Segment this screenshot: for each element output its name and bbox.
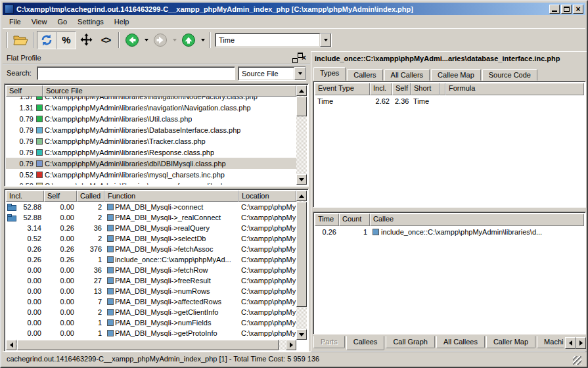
source-file-row[interactable]: 0.79C:\xampp\phpMyAdmin\libraries\Respon…	[6, 147, 296, 158]
source-file-row[interactable]: 0.79C:\xampp\phpMyAdmin\libraries\Databa…	[6, 124, 296, 135]
source-file-row[interactable]: 0.79C:\xampp\phpMyAdmin\libraries\dbi\DB…	[6, 158, 296, 169]
column-header-callee[interactable]: Callee	[370, 214, 584, 226]
function-name: PMA_DBI_Mysqli->connect	[104, 203, 238, 211]
column-header-short[interactable]: Short	[411, 83, 440, 95]
function-row[interactable]: 0.520.002PMA_DBI_Mysqli->selectDbC:\xamp…	[6, 233, 296, 244]
source-file-row[interactable]: 0.52C:\xampp\phpMyAdmin\libraries\mysql_…	[6, 169, 296, 180]
menu-go[interactable]: Go	[52, 16, 72, 27]
forward-button[interactable]	[150, 31, 170, 49]
group-by-combo[interactable]: Source File	[238, 66, 306, 81]
scroll-right-button[interactable]	[286, 340, 296, 350]
tab-caller-map[interactable]: Caller Map	[486, 336, 535, 348]
event-type-combo[interactable]: Time	[215, 33, 332, 47]
function-row[interactable]: 0.000.007PMA_DBI_Mysqli->affectedRowsC:\…	[6, 296, 296, 307]
tab-source-code[interactable]: Source Code	[482, 69, 537, 81]
menu-settings[interactable]: Settings	[72, 16, 109, 27]
column-header-function[interactable]: Function	[104, 191, 238, 202]
open-file-button[interactable]	[11, 31, 30, 49]
called-value: 7	[77, 298, 104, 306]
source-file-row[interactable]: 1.37C:\xampp\phpMyAdmin\libraries\naviga…	[6, 97, 296, 102]
tab-call-graph[interactable]: Call Graph	[386, 336, 435, 348]
column-header-location[interactable]: Location	[238, 191, 296, 202]
scroll-up-button[interactable]	[296, 191, 307, 201]
vertical-scrollbar[interactable]	[296, 191, 307, 340]
back-dropdown-button[interactable]	[142, 31, 150, 49]
percent-toggle-button[interactable]: %	[57, 31, 76, 49]
menu-view[interactable]: View	[26, 16, 53, 27]
source-file-row[interactable]: 1.31C:\xampp\phpMyAdmin\libraries\naviga…	[6, 102, 296, 113]
scroll-down-button[interactable]	[296, 174, 307, 185]
column-header-self[interactable]: Self	[44, 191, 77, 202]
column-header-self[interactable]: Self	[6, 85, 43, 97]
horizontal-scrollbar[interactable]	[6, 340, 296, 350]
function-row[interactable]: 0.000.0036PMA_DBI_Mysqli->fetchRowC:\xam…	[6, 265, 296, 275]
scroll-left-button[interactable]	[6, 340, 16, 350]
file-path: C:\xampp\phpMyAdmin\libraries\Util.class…	[43, 115, 192, 123]
tab-callers[interactable]: Callers	[347, 69, 382, 81]
forward-dropdown-button[interactable]	[170, 31, 179, 49]
title-bar[interactable]: C:\xampp\tmp\cachegrind.out.1416463299-C…	[3, 3, 585, 15]
incl-value: 52.88	[6, 203, 44, 211]
function-row[interactable]: 3.140.2636PMA_DBI_Mysqli->realQueryC:\xa…	[6, 223, 296, 233]
column-header-self[interactable]: Self	[392, 83, 411, 95]
scrollbar-thumb[interactable]	[17, 340, 279, 350]
dock-layout-button[interactable]	[76, 31, 96, 49]
tab-all-callers[interactable]: All Callers	[384, 69, 430, 81]
close-button[interactable]: ×	[573, 5, 583, 14]
tabs-scroll-right-button[interactable]	[576, 337, 586, 349]
source-file-row[interactable]: 0.52C:\xampp\phpMyAdmin\libraries\user_p…	[6, 180, 296, 185]
event-type-row[interactable]: Time2.622.36Time	[315, 95, 584, 106]
scrollbar-thumb[interactable]	[296, 97, 307, 116]
combo-dropdown-button[interactable]	[294, 67, 305, 80]
up-button[interactable]	[179, 31, 198, 49]
function-name: PMA_DBI_Mysqli->affectedRows	[104, 298, 238, 306]
source-file-row[interactable]: 0.79C:\xampp\phpMyAdmin\libraries\Tracke…	[6, 135, 296, 147]
column-header-time[interactable]: Time	[315, 214, 339, 226]
function-row[interactable]: 0.000.002PMA_DBI_Mysqli->getClientInfoC:…	[6, 307, 296, 317]
function-row[interactable]: 0.000.001PMA_DBI_Mysqli->getProtoInfoC:\…	[6, 328, 296, 338]
column-header-count[interactable]: Count	[339, 214, 370, 226]
function-row[interactable]: 0.000.0013PMA_DBI_Mysqli->numRowsC:\xamp…	[6, 286, 296, 296]
function-icon	[107, 256, 114, 263]
column-header-formula[interactable]: Formula	[445, 83, 584, 95]
column-header-incl[interactable]: Incl.	[370, 83, 392, 95]
source-file-row[interactable]: 0.79C:\xampp\phpMyAdmin\libraries\Util.c…	[6, 113, 296, 124]
combo-dropdown-button[interactable]	[320, 34, 331, 47]
back-button[interactable]	[122, 31, 142, 49]
search-input[interactable]	[37, 66, 235, 80]
column-header-called[interactable]: Called	[77, 191, 104, 202]
tab-all-callees[interactable]: All Callees	[436, 336, 485, 348]
scroll-up-button[interactable]	[296, 85, 307, 96]
function-row[interactable]: 0.000.001PMA_DBI_Mysqli->numFieldsC:\xam…	[6, 317, 296, 328]
toolbar-handle[interactable]	[7, 32, 8, 48]
tab-callees[interactable]: Callees	[346, 336, 385, 350]
tab-types[interactable]: Types	[313, 67, 346, 81]
scroll-down-button[interactable]	[296, 329, 307, 340]
minimize-button[interactable]	[549, 5, 560, 14]
scrollbar-thumb[interactable]	[296, 202, 307, 307]
menu-help[interactable]: Help	[109, 16, 135, 27]
cycle-grouping-button[interactable]	[37, 31, 57, 49]
maximize-button[interactable]	[561, 5, 572, 14]
file-path: C:\xampp\phpMyAdmin\libraries\user_prefe…	[43, 182, 229, 185]
tab-machine[interactable]: Machine	[537, 336, 564, 348]
function-row[interactable]: 0.260.26376PMA_DBI_Mysqli->fetchAssocC:\…	[6, 244, 296, 254]
vertical-scrollbar[interactable]	[296, 85, 307, 185]
expand-collapse-button[interactable]: <>	[96, 31, 116, 49]
column-header-incl[interactable]: Incl.	[6, 191, 44, 202]
function-row[interactable]: 0.000.0027PMA_DBI_Mysqli->freeResultC:\x…	[6, 275, 296, 286]
column-header-event-type[interactable]: Event Type	[315, 83, 370, 95]
menu-file[interactable]: File	[4, 16, 26, 27]
function-row[interactable]: 52.880.002PMA_DBI_Mysqli->_realConnectC:…	[6, 212, 296, 223]
function-row[interactable]: 0.260.261include_once::C:\xampp\phpMyAd.…	[6, 254, 296, 265]
resize-grip[interactable]	[573, 356, 581, 365]
tab-callee-map[interactable]: Callee Map	[431, 69, 481, 81]
up-dropdown-button[interactable]	[198, 31, 207, 49]
dock-header[interactable]: Flat Profile ×	[4, 52, 309, 63]
function-row[interactable]: 52.880.002PMA_DBI_Mysqli->connectC:\xamp…	[6, 202, 296, 212]
tabs-scroll-left-button[interactable]	[565, 337, 576, 349]
column-header-source-file[interactable]: Source File	[43, 85, 296, 97]
file-path: C:\xampp\phpMyAdmin\libraries\mysql_char…	[43, 171, 225, 179]
callee-row[interactable]: 0.261include_once::C:\xampp\phpMyAdmin\l…	[315, 226, 584, 237]
column-header-spacer[interactable]	[440, 83, 445, 95]
